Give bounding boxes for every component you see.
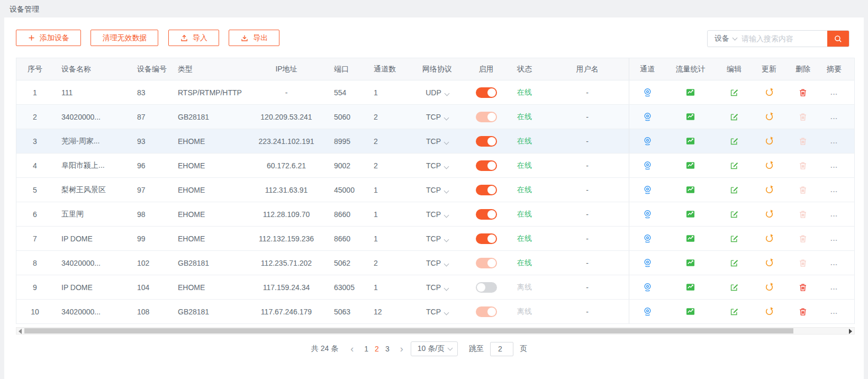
scrollbar-thumb[interactable]	[24, 328, 793, 333]
protocol-select[interactable]: TCP	[426, 308, 448, 316]
protocol-select[interactable]: TCP	[426, 186, 448, 194]
channel-icon[interactable]	[643, 209, 653, 219]
summary-ellipsis[interactable]: ...	[830, 308, 838, 315]
channel-icon[interactable]	[643, 87, 653, 97]
edit-icon[interactable]	[729, 185, 739, 195]
protocol-select[interactable]: TCP	[426, 137, 448, 146]
trash-icon	[798, 112, 808, 122]
edit-icon[interactable]	[729, 136, 739, 146]
search-button[interactable]	[827, 30, 849, 47]
refresh-icon[interactable]	[764, 185, 774, 195]
cell-channel-action	[629, 154, 665, 177]
traffic-stats-icon[interactable]	[685, 160, 695, 170]
edit-icon[interactable]	[729, 160, 739, 170]
traffic-stats-icon[interactable]	[685, 112, 695, 122]
enable-toggle[interactable]	[476, 112, 497, 122]
edit-icon[interactable]	[729, 112, 739, 122]
refresh-icon[interactable]	[764, 258, 774, 268]
traffic-stats-icon[interactable]	[685, 258, 695, 268]
cell-port: 5062	[326, 251, 363, 275]
summary-ellipsis[interactable]: ...	[830, 161, 838, 169]
edit-icon[interactable]	[729, 233, 739, 243]
import-button[interactable]: 导入	[168, 30, 219, 46]
summary-ellipsis[interactable]: ...	[830, 234, 838, 242]
channel-icon[interactable]	[643, 282, 653, 292]
summary-ellipsis[interactable]: ...	[830, 137, 838, 145]
cell-seq: 3	[16, 129, 53, 153]
trash-icon[interactable]	[798, 307, 808, 317]
channel-icon[interactable]	[643, 160, 653, 170]
page-number-2[interactable]: 2	[372, 345, 382, 353]
traffic-stats-icon[interactable]	[685, 185, 695, 195]
page-size-select[interactable]: 10 条/页	[411, 341, 458, 356]
traffic-stats-icon[interactable]	[685, 282, 695, 292]
column-header-seq: 序号	[16, 58, 53, 80]
protocol-select[interactable]: TCP	[426, 283, 448, 292]
cell-username: -	[546, 251, 629, 275]
scroll-left-arrow[interactable]	[19, 329, 22, 334]
clean-invalid-data-button[interactable]: 清理无效数据	[91, 30, 158, 46]
edit-icon[interactable]	[729, 306, 739, 317]
summary-ellipsis[interactable]: ...	[830, 88, 838, 96]
protocol-select[interactable]: UDP	[426, 88, 449, 97]
summary-ellipsis[interactable]: ...	[830, 186, 838, 194]
enable-toggle[interactable]	[476, 282, 497, 293]
refresh-icon[interactable]	[764, 282, 774, 292]
refresh-icon[interactable]	[764, 136, 774, 146]
trash-icon[interactable]	[798, 283, 808, 292]
export-button[interactable]: 导出	[229, 30, 279, 46]
protocol-select[interactable]: TCP	[426, 259, 448, 267]
refresh-icon[interactable]	[764, 209, 774, 219]
refresh-icon[interactable]	[764, 233, 774, 243]
cell-edit-action	[716, 154, 753, 177]
edit-icon[interactable]	[729, 258, 739, 268]
jump-page-input[interactable]	[490, 342, 513, 356]
edit-icon[interactable]	[729, 209, 739, 219]
column-header-edit: 编辑	[716, 58, 753, 80]
protocol-select[interactable]: TCP	[426, 113, 448, 121]
protocol-select[interactable]: TCP	[426, 234, 448, 243]
cell-status: 离线	[503, 300, 546, 323]
enable-toggle[interactable]	[476, 160, 497, 171]
enable-toggle[interactable]	[476, 306, 497, 317]
traffic-stats-icon[interactable]	[685, 136, 695, 146]
summary-ellipsis[interactable]: ...	[830, 210, 838, 218]
summary-ellipsis[interactable]: ...	[830, 259, 838, 267]
channel-icon[interactable]	[643, 258, 653, 268]
refresh-icon[interactable]	[764, 87, 774, 97]
enable-toggle[interactable]	[476, 209, 497, 220]
add-device-button[interactable]: 添加设备	[16, 30, 81, 46]
enable-toggle[interactable]	[476, 258, 497, 268]
refresh-icon[interactable]	[764, 112, 774, 122]
cell-seq: 8	[16, 251, 53, 275]
summary-ellipsis[interactable]: ...	[830, 113, 838, 121]
scroll-right-arrow[interactable]	[849, 329, 852, 334]
channel-icon[interactable]	[643, 185, 653, 195]
enable-toggle[interactable]	[476, 87, 497, 98]
search-input[interactable]	[742, 34, 827, 43]
channel-icon[interactable]	[643, 112, 653, 122]
trash-icon[interactable]	[798, 88, 808, 97]
protocol-select[interactable]: TCP	[426, 161, 448, 170]
traffic-stats-icon[interactable]	[685, 233, 695, 243]
enable-toggle[interactable]	[476, 185, 497, 195]
next-page-button[interactable]: ›	[398, 344, 405, 354]
channel-icon[interactable]	[643, 233, 653, 243]
page-number-3[interactable]: 3	[382, 345, 393, 353]
edit-icon[interactable]	[729, 282, 739, 292]
protocol-select[interactable]: TCP	[426, 210, 448, 219]
channel-icon[interactable]	[643, 306, 653, 317]
refresh-icon[interactable]	[764, 306, 774, 317]
page-number-1[interactable]: 1	[361, 345, 372, 353]
enable-toggle[interactable]	[476, 136, 497, 147]
summary-ellipsis[interactable]: ...	[830, 283, 838, 291]
traffic-stats-icon[interactable]	[685, 87, 695, 97]
traffic-stats-icon[interactable]	[685, 306, 695, 317]
edit-icon[interactable]	[729, 87, 739, 97]
search-category-select[interactable]: 设备	[708, 34, 742, 43]
enable-toggle[interactable]	[476, 233, 497, 244]
prev-page-button[interactable]: ‹	[348, 344, 356, 354]
traffic-stats-icon[interactable]	[685, 209, 695, 219]
channel-icon[interactable]	[643, 136, 653, 146]
refresh-icon[interactable]	[764, 160, 774, 170]
